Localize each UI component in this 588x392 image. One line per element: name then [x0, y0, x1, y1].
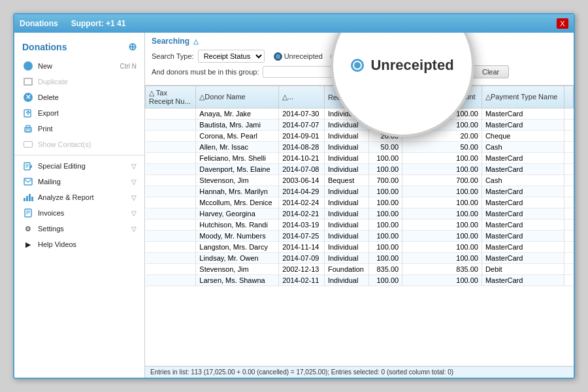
export-icon	[22, 108, 34, 118]
col-payment[interactable]: △Payment Type Name	[482, 86, 564, 108]
show-icon	[22, 140, 34, 149]
cell-name: Stevenson, Jim	[196, 264, 279, 275]
col-receiptable[interactable]: △Receiptable Amount	[402, 86, 482, 108]
search-type-select[interactable]: Receipt Status	[198, 50, 265, 63]
gear-icon: ⚙	[22, 224, 34, 233]
cell-total: 100.00	[369, 220, 402, 231]
cell-payment: MasterCard	[482, 220, 564, 231]
cell-name: Feliciano, Mrs. Shelli	[196, 153, 279, 164]
table-row[interactable]: Stevenson, Jim 2002-12-13 Foundation 835…	[146, 264, 574, 275]
sidebar-item-invoices[interactable]: Invoices ▽	[14, 205, 144, 221]
sidebar-item-analyze-report[interactable]: Analyze & Report ▽	[14, 189, 144, 205]
cell-tax	[146, 175, 196, 186]
expand-arrow: ▽	[131, 178, 137, 186]
table-row[interactable]: Corona, Ms. Pearl 2014-09-01 Individual …	[146, 131, 574, 142]
cell-total: 100.00	[369, 153, 402, 164]
duplicate-icon	[22, 77, 34, 86]
sidebar-item-label: Print	[38, 125, 137, 133]
table-row[interactable]: Hutchison, Ms. Randi 2014-03-19 Individu…	[146, 220, 574, 231]
sidebar-item-label: Settings	[38, 225, 127, 233]
sidebar-item-print[interactable]: Print	[14, 121, 144, 137]
cell-name: Davenport, Ms. Elaine	[196, 164, 279, 175]
new-shortcut: Ctrl N	[120, 63, 137, 70]
table-row[interactable]: Hannah, Mrs. Marilyn 2014-04-29 Individu…	[146, 186, 574, 197]
cell-name: Anaya, Mr. Jake	[196, 108, 279, 120]
table-row[interactable]: Langston, Mrs. Darcy 2014-11-14 Individu…	[146, 242, 574, 253]
sort-arrow: △	[193, 38, 199, 45]
table-row[interactable]: Moody, Mr. Numbers 2014-07-25 Individual…	[146, 231, 574, 242]
sidebar-item-help-videos[interactable]: ▶ Help Videos	[14, 237, 144, 252]
cell-name: Corona, Ms. Pearl	[196, 131, 279, 142]
sidebar-item-export[interactable]: Export	[14, 105, 144, 121]
radio-unreceipted-label: Unreceipted	[284, 52, 323, 60]
cell-date: 2014-07-09	[279, 253, 325, 264]
sidebar-item-mailing[interactable]: Mailing ▽	[14, 174, 144, 189]
mail-icon	[22, 177, 34, 186]
table-row[interactable]: Lindsay, Mr. Owen 2014-07-09 Individual …	[146, 253, 574, 264]
svg-rect-10	[24, 178, 32, 185]
search-button[interactable]: Search	[426, 65, 468, 78]
table-row[interactable]: Stevenson, Jim 2003-06-14 Bequest 700.00…	[146, 175, 574, 186]
invoice-icon	[22, 208, 34, 218]
cell-date: 2014-07-07	[279, 120, 325, 131]
sidebar-item-new[interactable]: New Ctrl N	[14, 58, 144, 74]
cell-date: 2014-09-01	[279, 131, 325, 142]
search-title: Searching △	[152, 37, 567, 46]
cell-type: Individual	[324, 197, 368, 208]
radio-not-receiptable-input[interactable]	[331, 52, 339, 61]
cell-receiptable: 100.00	[402, 208, 482, 220]
cell-tax	[146, 275, 196, 286]
cell-payment: Debit	[482, 264, 564, 275]
table-row[interactable]: Feliciano, Mrs. Shelli 2014-10-21 Indivi…	[146, 153, 574, 164]
cell-receiptable: 100.00	[402, 253, 482, 264]
sidebar-title: Donations	[22, 42, 67, 52]
plus-button[interactable]: +	[400, 52, 413, 61]
table-row[interactable]: Mccollum, Mrs. Denice 2014-02-24 Individ…	[146, 197, 574, 208]
col-type[interactable]: Rece...	[324, 86, 368, 108]
radio-unreceipted-input[interactable]	[274, 52, 282, 61]
col-date[interactable]: △...	[279, 86, 325, 108]
cell-name: Harvey, Georgina	[196, 208, 279, 220]
cell-tax	[146, 242, 196, 253]
cell-payment: MasterCard	[482, 164, 564, 175]
table-row[interactable]: Anaya, Mr. Jake 2014-07-30 Individual 10…	[146, 108, 574, 120]
radio-unreceipted[interactable]: Unreceipted	[274, 52, 323, 61]
cell-payment: MasterCard	[482, 231, 564, 242]
cell-name: Allen, Mr. Issac	[196, 142, 279, 153]
cell-tax	[146, 197, 196, 208]
cell-payment: MasterCard	[482, 153, 564, 164]
cell-receiptable: 100.00	[402, 164, 482, 175]
right-panel: Unreceipted Searching △ Search Type: Rec…	[145, 33, 574, 378]
cell-receiptable: 100.00	[402, 220, 482, 231]
group-input[interactable]	[263, 66, 393, 78]
window-support: Support: +1 41	[71, 19, 126, 28]
sidebar-item-label: New	[38, 62, 116, 70]
col-donor-name[interactable]: △Donor Name	[196, 86, 279, 108]
cell-payment: MasterCard	[482, 197, 564, 208]
close-button[interactable]: X	[557, 18, 568, 29]
clear-button[interactable]: Clear	[472, 65, 509, 78]
search-type-row: Search Type: Receipt Status Unreceipted	[152, 50, 567, 63]
search-area-wrapper: Unreceipted Searching △ Search Type: Rec…	[145, 33, 574, 86]
radio-not-receiptable[interactable]: Not Receiptable	[331, 52, 392, 61]
cell-receiptable: 50.00	[402, 142, 482, 153]
col-total[interactable]: TotalAmount	[369, 86, 402, 108]
donations-table: △ TaxReceipt Nu... △Donor Name △... Rece…	[145, 86, 574, 286]
cell-tax	[146, 164, 196, 175]
table-row[interactable]: Davenport, Ms. Elaine 2014-07-08 Individ…	[146, 164, 574, 175]
sidebar-item-special-editing[interactable]: Special Editing ▽	[14, 158, 144, 174]
cell-total: 100.00	[369, 242, 402, 253]
sidebar-item-settings[interactable]: ⚙ Settings ▽	[14, 221, 144, 237]
table-row[interactable]: Allen, Mr. Issac 2014-08-28 Individual 5…	[146, 142, 574, 153]
table-row[interactable]: Bautista, Mrs. Jami 2014-07-07 Individua…	[146, 120, 574, 131]
table-row[interactable]: Harvey, Georgina 2014-02-21 Individual 1…	[146, 208, 574, 220]
sidebar-item-delete[interactable]: ✕ Delete	[14, 90, 144, 105]
cell-date: 2002-12-13	[279, 264, 325, 275]
delete-icon: ✕	[22, 93, 34, 102]
cell-date: 2014-07-08	[279, 164, 325, 175]
sidebar-item-label: Show Contact(s)	[38, 140, 137, 148]
col-tax-receipt[interactable]: △ TaxReceipt Nu...	[146, 86, 196, 108]
cell-name: Hutchison, Ms. Randi	[196, 220, 279, 231]
table-row[interactable]: Larsen, Ms. Shawna 2014-02-11 Individual…	[146, 275, 574, 286]
table-container[interactable]: △ TaxReceipt Nu... △Donor Name △... Rece…	[145, 86, 574, 366]
